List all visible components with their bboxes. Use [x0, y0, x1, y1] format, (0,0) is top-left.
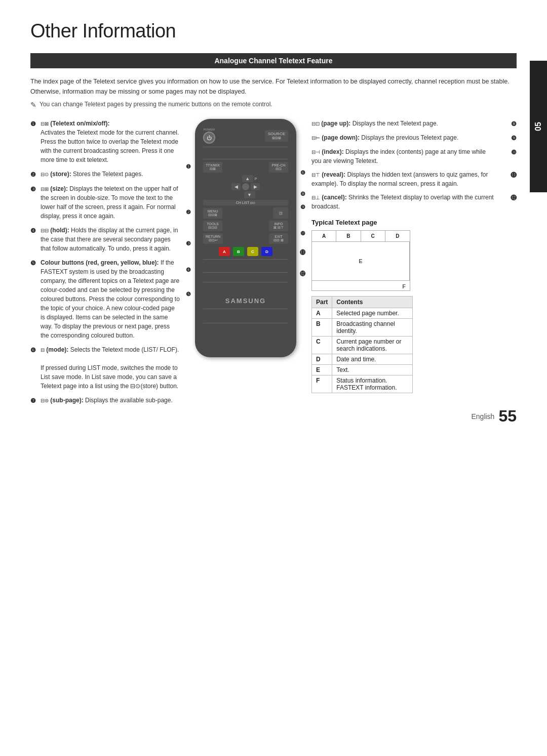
right-content-8: ⊟⊡ (page up): Displays the next Teletext… [311, 119, 495, 128]
nav-left[interactable]: ◀ [231, 183, 241, 190]
teletext-bottom: F [312, 280, 410, 291]
right-item-8: ⊟⊡ (page up): Displays the next Teletext… [311, 119, 517, 129]
list-content-4: ⊟⊟ (hold): Holds the display at the curr… [41, 226, 180, 253]
num-12: ⓬ [507, 193, 517, 202]
tools-label: TOOLS [206, 222, 220, 226]
label-4: (hold): [50, 227, 69, 234]
right-content-10: ⊟⊣ (index): Displays the index (contents… [311, 147, 495, 165]
nav-up[interactable]: ▲ [242, 175, 253, 182]
power-button[interactable]: ⏻ [203, 132, 215, 144]
right-item-9: ⊟⊢ (page down): Displays the previous Te… [311, 133, 517, 143]
footer-language: English [471, 412, 494, 421]
main-content: ❶ ⊟⊠ (Teletext on/mix/off): Activates th… [30, 119, 517, 410]
intro-text: The index page of the Teletext service g… [30, 76, 517, 97]
text-5: If the FASTEXT system is used by the bro… [41, 259, 180, 339]
tools-info-row: TOOLS ⊟⊡⊟ INFO ⊠ ⊟⊤ [203, 221, 288, 231]
ttx-prech-row: TTX/MIX ⊟⊠ PRE-CH ⊟⊡ [203, 162, 288, 173]
contents-f: Status information. FASTEXT information. [332, 375, 413, 393]
nav-ok[interactable] [242, 183, 249, 190]
nav-right[interactable]: ▶ [251, 183, 260, 190]
nav-down[interactable]: ▼ [244, 191, 255, 198]
info-button[interactable]: INFO ⊠ ⊟⊤ [269, 221, 288, 231]
contents-a: Selected page number. [332, 308, 413, 319]
right-item-11: ⊟⊤ (reveal): Displays the hidden text (a… [311, 170, 517, 188]
power-label: POWER [203, 128, 215, 131]
table-row: E Text. [312, 365, 413, 375]
return-button[interactable]: RETURN ⊟⊡↩ [203, 233, 223, 244]
text-9: Displays the previous Teletext page. [361, 134, 458, 141]
contents-c: Current page number or search indication… [332, 337, 413, 354]
source-icons: ⊞⊟⊠ [268, 136, 285, 140]
list-item-4: ❹ ⊟⊟ (hold): Holds the display at the cu… [30, 226, 180, 253]
ttxmix-label: TTX/MIX [206, 163, 220, 167]
table-row: B Broadcasting channel identity. [312, 319, 413, 337]
part-a: A [312, 308, 332, 319]
label-10: (index): [322, 148, 343, 155]
chlist-label: CH LIST [236, 201, 250, 204]
list-item-1: ❶ ⊟⊠ (Teletext on/mix/off): Activates th… [30, 119, 180, 164]
chlist-button[interactable]: CH LIST ⊟⊙ [203, 200, 288, 205]
return-icons: ⊟⊡↩ [206, 238, 220, 242]
parts-table: Part Contents A Selected page number. B … [311, 296, 413, 393]
prech-button[interactable]: PRE-CH ⊟⊡ [269, 162, 288, 173]
teletext-cell-d: D [385, 231, 410, 241]
text-7: Displays the available sub-page. [85, 397, 173, 404]
label-1: (Teletext on/mix/off): [50, 120, 109, 127]
list-num-2: ❷ [30, 170, 38, 179]
contents-b: Broadcasting channel identity. [332, 319, 413, 337]
color-btn-a[interactable]: A [219, 247, 230, 256]
color-btn-c[interactable]: C [247, 247, 258, 256]
remote-label-1: ❶ [186, 163, 191, 170]
icon-3: ⊟⊞ [41, 186, 49, 192]
prech-label: PRE-CH [271, 163, 286, 167]
remote-label-10: ❿ [300, 230, 305, 237]
ttxmix-button[interactable]: TTX/MIX ⊟⊠ [203, 162, 222, 173]
exit-label: EXIT [271, 235, 286, 238]
list-num-3: ❸ [30, 185, 38, 194]
remote-control: POWER ⏻ SOURCE ⊞⊟⊠ TTX/MIX [195, 119, 296, 357]
list-num-7: ❼ [30, 396, 38, 405]
left-column: ❶ ⊟⊠ (Teletext on/mix/off): Activates th… [30, 119, 180, 410]
color-btn-d[interactable]: D [261, 247, 272, 256]
icon-9: ⊟⊢ [311, 135, 320, 141]
list-num-1: ❶ [30, 119, 38, 129]
teletext-cell-a: A [312, 231, 336, 241]
teletext-diagram: A B C D E F [311, 230, 410, 291]
num-10: ❿ [507, 148, 517, 157]
list-item-6: ❻ ⊟ (mode): Selects the Teletext mode (L… [30, 345, 180, 391]
guide-button[interactable]: ⊡ [273, 207, 288, 219]
text-8: Displays the next Teletext page. [353, 120, 438, 127]
exit-button[interactable]: EXIT ⊟⊟ ⊠ [269, 233, 288, 244]
part-d: D [312, 354, 332, 365]
right-item-10: ⊟⊣ (index): Displays the index (contents… [311, 147, 517, 165]
tools-icons: ⊟⊡⊟ [206, 226, 220, 230]
num-9: ❾ [507, 134, 517, 143]
list-item-5: ❺ Colour buttons (red, green, yellow, bl… [30, 258, 180, 340]
footer: English 55 [471, 407, 517, 426]
ttxmix-icons: ⊟⊠ [206, 167, 220, 171]
teletext-cell-b: B [336, 231, 361, 241]
remote-label-5: ❺ [186, 291, 191, 298]
right-column: ⊟⊡ (page up): Displays the next Teletext… [311, 119, 517, 410]
color-buttons-row: A B C D [203, 247, 288, 256]
menu-button[interactable]: MENU ⊟⊟⊠ [203, 208, 222, 219]
side-tab: 05 Other Information [530, 61, 547, 192]
icon-6: ⊟ [41, 347, 45, 353]
menu-row: MENU ⊟⊟⊠ ⊡ [203, 207, 288, 219]
contents-d: Date and time. [332, 354, 413, 365]
color-btn-b[interactable]: B [233, 247, 244, 256]
icon-10: ⊟⊣ [311, 149, 320, 155]
remote-label-3: ❸ [186, 240, 191, 247]
info-label: INFO [271, 222, 286, 226]
list-num-5: ❺ [30, 259, 38, 268]
source-button[interactable]: SOURCE ⊞⊟⊠ [265, 130, 288, 142]
remote-label-12: ⓬ [300, 271, 305, 277]
tools-button[interactable]: TOOLS ⊟⊡⊟ [203, 221, 222, 231]
table-row: A Selected page number. [312, 308, 413, 319]
label-8: (page up): [321, 120, 350, 127]
label-11: (reveal): [322, 171, 345, 178]
part-e: E [312, 365, 332, 375]
center-column: ❶ ❷ ❸ ❹ ❺ ❻ ❽ ❾ ❿ ⓫ ⓬ POWER ⏻ [190, 119, 301, 410]
icon-2: ⊟⊙ [41, 172, 49, 177]
remote-label-2: ❷ [186, 209, 191, 216]
